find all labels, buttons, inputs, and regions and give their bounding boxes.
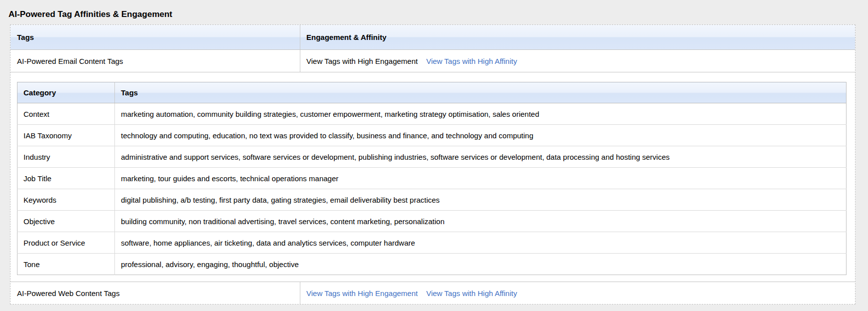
category-cell: Keywords [17,189,115,211]
tags-cell: marketing automation, community building… [115,103,847,125]
view-high-engagement-active-text: View Tags with High Engagement [306,57,418,65]
column-header-tags: Tags [10,25,300,49]
table-row: Objective building community, non tradit… [17,211,847,232]
table-row: Job Title marketing, tour guides and esc… [17,168,847,189]
tags-cell: building community, non traditional adve… [115,211,847,232]
category-cell: Product or Service [17,232,115,254]
category-cell: IAB Taxonomy [17,125,115,146]
web-content-tags-label: AI-Powered Web Content Tags [10,282,300,304]
tags-cell: professional, advisory, engaging, though… [115,254,847,275]
page-title: AI-Powered Tag Affinities & Engagement [8,9,868,20]
view-high-affinity-link[interactable]: View Tags with High Affinity [426,57,517,65]
tags-cell: software, home appliances, air ticketing… [115,232,847,254]
category-tags-table: Category Tags Context marketing automati… [17,82,847,275]
column-header-category: Category [17,82,115,103]
category-table-header-row: Category Tags [17,82,847,103]
column-header-engagement-affinity: Engagement & Affinity [300,33,855,41]
table-row: Tone professional, advisory, engaging, t… [17,254,847,275]
tags-cell: technology and computing, education, no … [115,125,847,146]
category-cell: Tone [17,254,115,275]
category-table-container: Category Tags Context marketing automati… [10,72,855,282]
tags-cell: digital publishing, a/b testing, first p… [115,189,847,211]
view-high-affinity-link-web[interactable]: View Tags with High Affinity [426,289,517,298]
category-cell: Objective [17,211,115,232]
column-header-tags-inner: Tags [115,82,847,103]
category-cell: Job Title [17,168,115,189]
category-cell: Industry [17,146,115,168]
table-row: Context marketing automation, community … [17,103,847,125]
category-cell: Context [17,103,115,125]
email-content-tags-label: AI-Powered Email Content Tags [10,50,300,72]
tags-cell: administrative and support services, sof… [115,146,847,168]
table-row: Industry administrative and support serv… [17,146,847,168]
table-row: IAB Taxonomy technology and computing, e… [17,125,847,146]
tags-cell: marketing, tour guides and escorts, tech… [115,168,847,189]
email-content-tags-row: AI-Powered Email Content Tags View Tags … [10,50,855,72]
table-row: Keywords digital publishing, a/b testing… [17,189,847,211]
view-high-engagement-link-web[interactable]: View Tags with High Engagement [306,289,418,298]
table-row: Product or Service software, home applia… [17,232,847,254]
web-content-tags-row: AI-Powered Web Content Tags View Tags wi… [10,282,855,304]
tag-affinities-panel: Tags Engagement & Affinity AI-Powered Em… [10,24,856,305]
outer-table-header-row: Tags Engagement & Affinity [10,25,855,50]
